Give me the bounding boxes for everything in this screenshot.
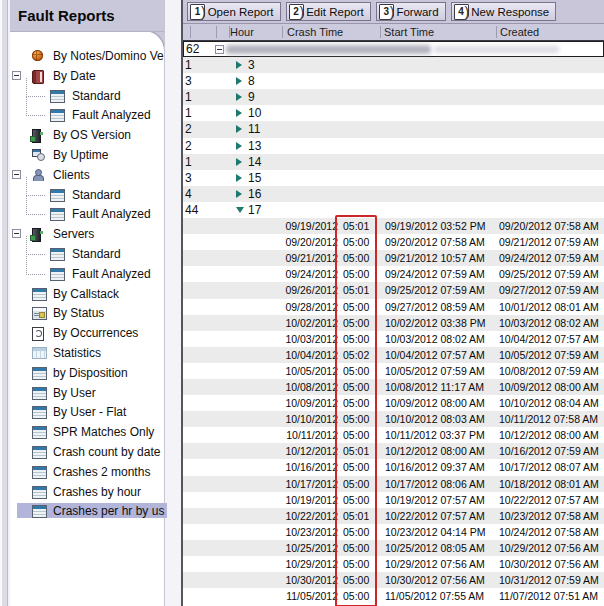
tree-collapse-icon[interactable] <box>12 170 21 179</box>
crash-date: 10/11/2012 <box>203 429 338 441</box>
sidebar-view-item[interactable]: Crashes by hour <box>10 482 164 502</box>
column-separator[interactable] <box>282 26 283 38</box>
table-row-hour-group[interactable]: 1 3 <box>183 57 604 73</box>
table-row-crash[interactable]: 10/19/2012 05:00 10/19/2012 07:57 AM 10/… <box>183 492 604 508</box>
table-row-hour-group[interactable]: 44 17 <box>183 202 604 218</box>
table-row-crash[interactable]: 10/03/2012 05:00 10/03/2012 08:02 AM 10/… <box>183 331 604 347</box>
crash-date: 11/05/2012 <box>203 590 338 602</box>
column-separator[interactable] <box>190 26 191 38</box>
table-row-hour-group[interactable]: 3 15 <box>183 170 604 186</box>
doc-count: 3 <box>185 171 192 185</box>
collapse-icon[interactable] <box>215 45 224 54</box>
sidebar-view-item[interactable]: By Occurrences <box>10 323 164 343</box>
new-response-button[interactable]: 4 ) New Response <box>451 2 557 21</box>
person-icon <box>32 169 44 181</box>
tree-collapse-icon[interactable] <box>12 229 21 238</box>
sidebar-view-item[interactable]: Statistics <box>10 343 164 363</box>
column-separator[interactable] <box>216 26 217 38</box>
sidebar-view-item[interactable]: Servers <box>10 224 164 244</box>
table-row-crash[interactable]: 10/02/2012 05:00 10/02/2012 03:38 PM 10/… <box>183 315 604 331</box>
start-time: 10/05/2012 07:59 AM <box>385 365 485 377</box>
table-row-category-selected[interactable]: 62 <box>183 41 604 57</box>
twisty-icon[interactable] <box>236 125 242 133</box>
created-time: 10/29/2012 07:56 AM <box>499 542 599 554</box>
sidebar-view-item[interactable]: By OS Version <box>10 125 164 145</box>
table-row-hour-group[interactable]: 1 10 <box>183 105 604 121</box>
sidebar-view-item[interactable]: By Notes/Domino Ve <box>10 46 164 66</box>
column-separator[interactable] <box>496 26 497 38</box>
column-separator[interactable] <box>380 26 381 38</box>
table-row-crash[interactable]: 10/04/2012 05:02 10/04/2012 07:57 AM 10/… <box>183 347 604 363</box>
table-row-crash[interactable]: 09/21/2012 05:00 09/21/2012 10:57 AM 09/… <box>183 250 604 266</box>
column-header-crash-time[interactable]: Crash Time <box>287 26 343 38</box>
table-row-crash[interactable]: 11/05/2012 05:00 11/05/2012 07:55 AM 11/… <box>183 588 604 604</box>
table-row-hour-group[interactable]: 4 16 <box>183 186 604 202</box>
table-row-crash[interactable]: 10/29/2012 05:00 10/29/2012 07:56 AM 10/… <box>183 556 604 572</box>
sidebar-view-item[interactable]: Fault Analyzed <box>10 105 164 125</box>
sidebar-view-item[interactable]: Crash count by date <box>10 442 164 462</box>
table-row-crash[interactable]: 10/08/2012 05:00 10/08/2012 11:17 AM 10/… <box>183 379 604 395</box>
twisty-icon[interactable] <box>236 158 242 166</box>
table-row-crash[interactable]: 09/28/2012 05:00 09/27/2012 08:59 AM 10/… <box>183 299 604 315</box>
main-pane: 1 ) Open Report 2 ) Edit Report 3 ) Forw… <box>183 0 604 606</box>
sidebar-view-item[interactable]: Crashes per hr by us <box>10 501 164 521</box>
crash-time: 05:00 <box>343 365 369 377</box>
table-row-crash[interactable]: 10/10/2012 05:00 10/10/2012 08:03 AM 10/… <box>183 411 604 427</box>
sidebar-view-item[interactable]: By Uptime <box>10 145 164 165</box>
twisty-icon[interactable] <box>236 174 242 182</box>
table-row-hour-group[interactable]: 3 8 <box>183 73 604 89</box>
sidebar-view-item[interactable]: By User <box>10 383 164 403</box>
sidebar-view-item[interactable]: Fault Analyzed <box>10 204 164 224</box>
edit-report-button[interactable]: 2 ) Edit Report <box>286 2 371 21</box>
sidebar-view-item[interactable]: By Callstack <box>10 284 164 304</box>
table-row-crash[interactable]: 10/30/2012 05:00 10/30/2012 07:56 AM 10/… <box>183 572 604 588</box>
table-row-hour-group[interactable]: 1 9 <box>183 89 604 105</box>
crash-time: 05:00 <box>343 317 369 329</box>
table-row-crash[interactable]: 10/23/2012 05:00 10/23/2012 04:14 PM 10/… <box>183 524 604 540</box>
table-row-hour-group[interactable]: 2 13 <box>183 138 604 154</box>
sidebar-view-item[interactable]: Crashes 2 months <box>10 462 164 482</box>
sidebar-view-item[interactable]: By Date <box>10 66 164 86</box>
start-time: 10/23/2012 04:14 PM <box>385 526 485 538</box>
table-row-crash[interactable]: 10/17/2012 05:00 10/17/2012 08:06 AM 10/… <box>183 476 604 492</box>
sidebar-view-item[interactable]: By Status <box>10 303 164 323</box>
twisty-icon[interactable] <box>236 93 242 101</box>
table-row-crash[interactable]: 09/24/2012 05:00 09/24/2012 07:59 AM 09/… <box>183 266 604 282</box>
crash-time: 05:00 <box>343 301 369 313</box>
sidebar-item-label: Crash count by date <box>53 445 160 459</box>
sidebar-view-item[interactable]: by Disposition <box>10 363 164 383</box>
hour-value: 10 <box>248 106 261 120</box>
twisty-icon[interactable] <box>236 109 242 117</box>
crash-time: 05:00 <box>343 381 369 393</box>
crash-time: 05:00 <box>343 494 369 506</box>
table-row-crash[interactable]: 10/12/2012 05:01 10/12/2012 08:00 AM 10/… <box>183 443 604 459</box>
sidebar-item-label: By User - Flat <box>53 405 126 419</box>
column-header-created[interactable]: Created <box>500 26 539 38</box>
table-row-crash[interactable]: 09/26/2012 05:01 09/25/2012 07:59 AM 09/… <box>183 282 604 298</box>
tree-collapse-icon[interactable] <box>12 71 21 80</box>
crash-time: 05:00 <box>343 526 369 538</box>
table-row-crash[interactable]: 09/19/2012 05:01 09/19/2012 03:52 PM 09/… <box>183 218 604 234</box>
table-row-hour-group[interactable]: 1 14 <box>183 154 604 170</box>
sidebar-view-item[interactable]: SPR Matches Only <box>10 422 164 442</box>
column-header-hour[interactable]: Hour <box>230 26 254 38</box>
sidebar-view-item[interactable]: Fault Analyzed <box>10 264 164 284</box>
sidebar-item-label: by Disposition <box>53 366 128 380</box>
forward-button[interactable]: 3 ) Forward <box>376 2 446 21</box>
table-row-crash[interactable]: 10/05/2012 05:00 10/05/2012 07:59 AM 10/… <box>183 363 604 379</box>
open-report-button[interactable]: 1 ) Open Report <box>187 2 281 21</box>
table-row-crash[interactable]: 10/09/2012 05:00 10/09/2012 08:00 AM 10/… <box>183 395 604 411</box>
table-row-crash[interactable]: 10/11/2012 05:00 10/11/2012 03:37 PM 10/… <box>183 427 604 443</box>
column-header-start-time[interactable]: Start Time <box>384 26 434 38</box>
table-row-crash[interactable]: 10/16/2012 05:00 10/16/2012 09:37 AM 10/… <box>183 459 604 475</box>
table-row-crash[interactable]: 09/20/2012 05:00 09/20/2012 07:58 AM 09/… <box>183 234 604 250</box>
table-row-crash[interactable]: 10/25/2012 05:00 10/25/2012 08:05 AM 10/… <box>183 540 604 556</box>
twisty-icon[interactable] <box>236 77 242 85</box>
table-row-crash[interactable]: 10/22/2012 05:01 10/22/2012 07:57 AM 10/… <box>183 508 604 524</box>
twisty-icon[interactable] <box>236 190 242 198</box>
twisty-icon[interactable] <box>236 61 242 69</box>
twisty-icon[interactable] <box>236 207 244 213</box>
table-row-hour-group[interactable]: 2 11 <box>183 121 604 137</box>
sidebar-view-item[interactable]: By User - Flat <box>10 402 164 422</box>
twisty-icon[interactable] <box>236 142 242 150</box>
